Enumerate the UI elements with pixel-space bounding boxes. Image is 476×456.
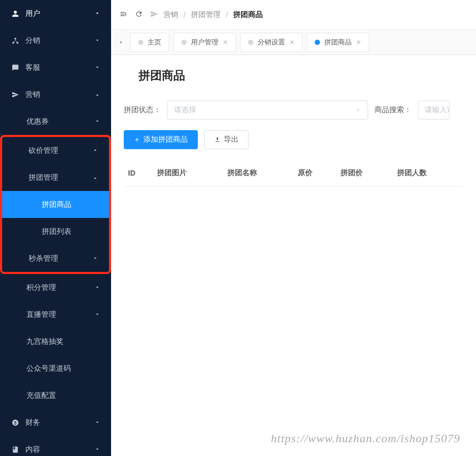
sidebar-item-points[interactable]: 积分管理: [0, 274, 111, 301]
sidebar-item-coupon[interactable]: 优惠券: [0, 108, 111, 135]
sidebar-item-support[interactable]: 客服: [0, 54, 111, 81]
search-label: 商品搜索：: [374, 105, 411, 115]
tab-groupbuy-goods[interactable]: 拼团商品 ✕: [307, 33, 369, 52]
sidebar-item-groupbuy[interactable]: 拼团管理: [2, 164, 109, 191]
sidebar-item-label: 分销: [25, 36, 40, 45]
sidebar-item-user[interactable]: 用户: [0, 0, 111, 27]
sidebar-item-label: 用户: [25, 9, 40, 19]
sidebar-item-bargain[interactable]: 砍价管理: [2, 137, 109, 164]
sidebar-item-lottery[interactable]: 九宫格抽奖: [0, 328, 111, 355]
tab-label: 主页: [148, 38, 161, 47]
menu-toggle-icon[interactable]: [120, 10, 127, 20]
content-area: 拼团商品 拼团状态： 请选择 商品搜索： 请输入请 添加拼团商品: [111, 55, 476, 456]
sidebar-item-seckill[interactable]: 秒杀管理: [2, 245, 109, 272]
send-icon: [150, 10, 158, 20]
sidebar-item-label: 优惠券: [26, 117, 49, 126]
chevron-down-icon: [94, 117, 100, 126]
sidebar-item-label: 砍价管理: [29, 146, 58, 156]
sidebar-item-content[interactable]: 内容: [0, 436, 111, 456]
book-icon: [11, 446, 20, 453]
tab-home[interactable]: 主页: [130, 33, 169, 52]
status-filter-label: 拼团状态：: [124, 105, 161, 115]
chevron-down-icon: [92, 254, 98, 263]
page-title: 拼团商品: [139, 68, 463, 84]
topbar: 营销 / 拼团管理 / 拼团商品: [111, 0, 476, 30]
chevron-down-icon: [94, 63, 100, 72]
sidebar-item-groupbuy-list[interactable]: 拼团列表: [2, 218, 109, 245]
svg-point-0: [12, 42, 14, 44]
breadcrumb-parent[interactable]: 拼团管理: [191, 10, 221, 20]
tab-user-manage[interactable]: 用户管理 ✕: [173, 33, 236, 52]
send-icon: [11, 91, 20, 98]
add-groupbuy-button[interactable]: 添加拼团商品: [124, 130, 198, 149]
breadcrumb-sep: /: [226, 11, 228, 19]
sidebar-item-label: 充值配置: [26, 391, 56, 400]
chat-icon: [11, 64, 20, 71]
sidebar-item-live[interactable]: 直播管理: [0, 301, 111, 328]
chevron-down-icon: [94, 10, 100, 18]
col-groupprice: 拼团价: [336, 160, 393, 187]
tab-prev-icon[interactable]: [115, 39, 126, 45]
network-icon: [11, 37, 20, 44]
data-table: ID 拼团图片 拼团名称 原价 拼团价 拼团人数: [124, 160, 463, 187]
col-id: ID: [124, 160, 153, 187]
sidebar-item-label: 内容: [25, 445, 40, 454]
tab-dot-icon: [248, 40, 253, 45]
table-header-row: ID 拼团图片 拼团名称 原价 拼团价 拼团人数: [124, 160, 463, 187]
chevron-up-icon: [94, 90, 100, 99]
breadcrumb-current: 拼团商品: [233, 10, 263, 20]
sidebar-item-label: 秒杀管理: [29, 254, 58, 263]
dollar-icon: [11, 419, 20, 426]
tab-dot-icon: [181, 40, 187, 45]
highlight-annotation: 砍价管理 拼团管理 拼团商品 拼团列表 秒杀管理: [0, 135, 111, 274]
chevron-down-icon: [94, 418, 100, 427]
sidebar-item-label: 九宫格抽奖: [26, 337, 63, 346]
sidebar-item-qrcode[interactable]: 公众号渠道码: [0, 355, 111, 382]
main-content: 营销 / 拼团管理 / 拼团商品 主页 用户管理 ✕ 分销设置 ✕: [111, 0, 476, 456]
tab-label: 拼团商品: [324, 38, 352, 47]
sidebar-item-label: 直播管理: [26, 310, 56, 320]
svg-point-2: [14, 38, 16, 40]
sidebar-item-recharge[interactable]: 充值配置: [0, 382, 111, 409]
plus-icon: [134, 136, 140, 143]
breadcrumb-sep: /: [184, 11, 186, 19]
button-label: 导出: [224, 135, 239, 144]
chevron-down-icon: [94, 37, 100, 45]
sidebar-item-label: 客服: [25, 63, 40, 72]
col-people: 拼团人数: [393, 160, 463, 187]
chevron-down-icon: [94, 284, 100, 292]
button-label: 添加拼团商品: [143, 135, 188, 144]
sidebar-item-finance[interactable]: 财务: [0, 409, 111, 436]
breadcrumb-root[interactable]: 营销: [163, 10, 178, 20]
sidebar-item-label: 拼团列表: [42, 227, 71, 236]
action-bar: 添加拼团商品 导出: [124, 130, 463, 149]
sidebar-item-groupbuy-goods[interactable]: 拼团商品: [2, 191, 109, 218]
refresh-icon[interactable]: [135, 10, 143, 20]
sidebar-item-distribution[interactable]: 分销: [0, 27, 111, 54]
tab-dist-settings[interactable]: 分销设置 ✕: [240, 33, 303, 52]
search-placeholder: 请输入请: [425, 105, 450, 115]
close-icon[interactable]: ✕: [223, 39, 228, 46]
tab-label: 分销设置: [258, 38, 285, 47]
sidebar-item-marketing[interactable]: 营销: [0, 81, 111, 108]
export-icon: [214, 136, 221, 143]
tab-label: 用户管理: [191, 38, 218, 47]
tab-dot-icon: [315, 40, 320, 45]
export-button[interactable]: 导出: [204, 130, 249, 149]
sidebar-item-label: 拼团商品: [42, 200, 71, 209]
sidebar-item-label: 积分管理: [26, 283, 56, 293]
filter-bar: 拼团状态： 请选择 商品搜索： 请输入请: [124, 101, 463, 120]
chevron-down-icon: [94, 445, 100, 454]
sidebar: 用户 分销 客服 营销 优惠券 砍价管理: [0, 0, 111, 456]
sidebar-item-label: 营销: [25, 90, 40, 99]
search-input[interactable]: 请输入请: [418, 101, 450, 120]
col-origprice: 原价: [294, 160, 336, 187]
close-icon[interactable]: ✕: [356, 39, 361, 46]
sidebar-item-label: 财务: [25, 418, 40, 427]
select-placeholder: 请选择: [174, 105, 196, 115]
status-select[interactable]: 请选择: [167, 101, 368, 120]
chevron-down-icon: [94, 311, 100, 319]
chevron-down-icon: [355, 107, 361, 113]
svg-point-1: [16, 42, 19, 44]
close-icon[interactable]: ✕: [289, 39, 295, 46]
